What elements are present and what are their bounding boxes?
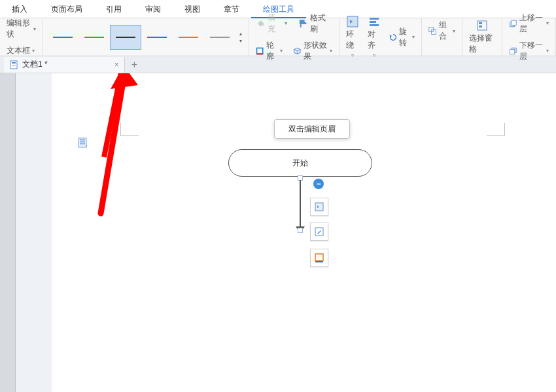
chevron-down-icon: ▾ bbox=[280, 48, 283, 54]
rotate-label: 旋转 bbox=[399, 26, 411, 48]
outline-button[interactable]: 轮廓 ▾ bbox=[253, 39, 285, 63]
line-style-5[interactable] bbox=[173, 25, 204, 50]
tab-insert[interactable]: 插入 bbox=[0, 0, 39, 18]
svg-rect-5 bbox=[370, 24, 379, 26]
align-button[interactable]: 对齐 ▿ bbox=[365, 14, 383, 60]
svg-rect-22 bbox=[80, 143, 85, 145]
tab-view[interactable]: 视图 bbox=[173, 0, 212, 18]
tab-references[interactable]: 引用 bbox=[94, 0, 133, 18]
tab-page-layout[interactable]: 页面布局 bbox=[39, 0, 94, 18]
bring-forward-label: 上移一层 bbox=[519, 12, 544, 35]
line-style-1[interactable] bbox=[47, 25, 78, 50]
group-arrange-2: 组合 ▾ bbox=[422, 18, 462, 56]
text-box-button[interactable]: 文本框 ▾ bbox=[4, 44, 37, 58]
line-style-more[interactable]: ▴ ▾ bbox=[235, 31, 245, 44]
new-document-button[interactable]: + bbox=[131, 59, 137, 71]
line-style-swatches: ▴ ▾ bbox=[47, 18, 245, 56]
workspace: ▾ 双击编辑页眉 开始 − bbox=[0, 73, 556, 392]
bring-forward-button[interactable]: 上移一层 ▾ bbox=[506, 11, 551, 36]
rotate-icon bbox=[389, 32, 397, 43]
rotate-button[interactable]: 旋转 ▾ bbox=[387, 25, 417, 50]
align-label: 对齐 bbox=[368, 29, 380, 51]
svg-rect-17 bbox=[12, 63, 16, 64]
square-pencil-icon bbox=[314, 226, 324, 237]
pen-outline-icon bbox=[256, 46, 264, 56]
wrap-button[interactable]: 环绕 ▿ bbox=[343, 14, 361, 60]
svg-line-28 bbox=[104, 73, 124, 157]
wrap-icon bbox=[347, 16, 358, 27]
outline-label: 轮廓 bbox=[266, 40, 278, 62]
edit-shape-button[interactable]: 编辑形状 ▾ bbox=[4, 16, 39, 41]
chevron-down-icon: ▾ bbox=[546, 20, 549, 26]
shape-outline-quick-button[interactable] bbox=[310, 249, 328, 267]
brush-icon bbox=[298, 18, 307, 29]
svg-rect-14 bbox=[510, 49, 514, 54]
group-line-styles: ▴ ▾ bbox=[43, 18, 249, 56]
group-shape-edit: 编辑形状 ▾ 文本框 ▾ bbox=[0, 18, 43, 56]
document-page[interactable]: ▾ 双击编辑页眉 开始 − bbox=[52, 73, 556, 392]
svg-rect-1 bbox=[257, 53, 263, 54]
edit-shape-label: 编辑形状 bbox=[7, 18, 31, 40]
chevron-down-icon: ▾ bbox=[285, 20, 287, 26]
svg-rect-26 bbox=[315, 254, 323, 260]
flowchart-start-node[interactable]: 开始 bbox=[228, 149, 372, 177]
svg-rect-20 bbox=[80, 139, 85, 141]
cube-icon bbox=[293, 46, 302, 56]
shape-effects-button[interactable]: 形状效果 ▾ bbox=[290, 39, 335, 63]
outline-toggle-icon[interactable]: ▾ bbox=[78, 137, 87, 148]
chevron-down-icon: ▾ bbox=[412, 34, 415, 40]
svg-rect-18 bbox=[12, 65, 16, 65]
line-style-6[interactable] bbox=[204, 25, 235, 50]
chevron-down-icon: ▿ bbox=[351, 52, 354, 58]
bring-forward-icon bbox=[509, 18, 517, 29]
shape-effects-label: 形状效果 bbox=[304, 40, 328, 62]
svg-rect-3 bbox=[370, 18, 379, 20]
svg-rect-4 bbox=[370, 21, 376, 23]
group-button[interactable]: 组合 ▾ bbox=[426, 18, 458, 43]
svg-rect-9 bbox=[479, 22, 482, 24]
line-style-2[interactable] bbox=[78, 25, 110, 50]
image-wrap-icon bbox=[314, 202, 324, 212]
connector-line[interactable] bbox=[300, 180, 301, 228]
tab-review[interactable]: 审阅 bbox=[133, 0, 173, 18]
flowchart-node-label: 开始 bbox=[292, 158, 308, 169]
svg-rect-12 bbox=[512, 20, 516, 25]
send-backward-label: 下移一层 bbox=[519, 40, 544, 62]
shape-fill-quick-button[interactable] bbox=[310, 223, 328, 241]
chevron-down-icon: ▾ bbox=[239, 38, 242, 44]
send-backward-icon bbox=[509, 46, 517, 56]
minus-icon: − bbox=[316, 179, 321, 188]
group-icon bbox=[428, 26, 436, 36]
chevron-down-icon: ▾ bbox=[32, 48, 35, 54]
svg-marker-32 bbox=[111, 73, 138, 89]
connector-handle-bottom[interactable] bbox=[298, 228, 303, 233]
format-painter-label: 格式刷 bbox=[310, 12, 333, 35]
format-painter-button[interactable]: 格式刷 bbox=[295, 11, 335, 36]
collapse-badge[interactable]: − bbox=[313, 179, 324, 189]
group-selection-pane: 选择窗格 bbox=[462, 18, 502, 56]
chevron-down-icon: ▾ bbox=[453, 28, 455, 34]
fill-button[interactable]: 填充 ▾ bbox=[253, 11, 290, 36]
tab-sections[interactable]: 章节 bbox=[212, 0, 251, 18]
layout-options-button[interactable] bbox=[310, 198, 328, 216]
chevron-down-icon: ▾ bbox=[330, 48, 332, 54]
bucket-icon bbox=[256, 18, 266, 29]
text-box-label: 文本框 bbox=[7, 45, 30, 56]
line-style-4[interactable] bbox=[141, 25, 173, 50]
align-icon bbox=[368, 16, 380, 27]
wrap-label: 环绕 bbox=[346, 29, 358, 51]
close-tab-button[interactable]: × bbox=[114, 60, 119, 69]
chevron-down-icon: ▾ bbox=[546, 48, 549, 54]
send-backward-button[interactable]: 下移一层 ▾ bbox=[506, 39, 551, 63]
group-fill-outline: 填充 ▾ 格式刷 轮廓 ▾ 形状效果 ▾ bbox=[249, 18, 339, 56]
svg-text:▾: ▾ bbox=[86, 144, 87, 148]
line-style-3[interactable] bbox=[110, 25, 141, 50]
vertical-ruler bbox=[0, 73, 16, 392]
group-label: 组合 bbox=[439, 20, 451, 42]
document-tab[interactable]: 文档1 * × bbox=[4, 57, 125, 73]
header-margin-left bbox=[120, 123, 139, 136]
ribbon: 编辑形状 ▾ 文本框 ▾ ▴ ▾ 填充 ▾ bbox=[0, 18, 556, 56]
page-margin-gutter bbox=[16, 73, 52, 392]
svg-rect-16 bbox=[12, 62, 16, 63]
selection-pane-button[interactable]: 选择窗格 bbox=[466, 18, 497, 56]
